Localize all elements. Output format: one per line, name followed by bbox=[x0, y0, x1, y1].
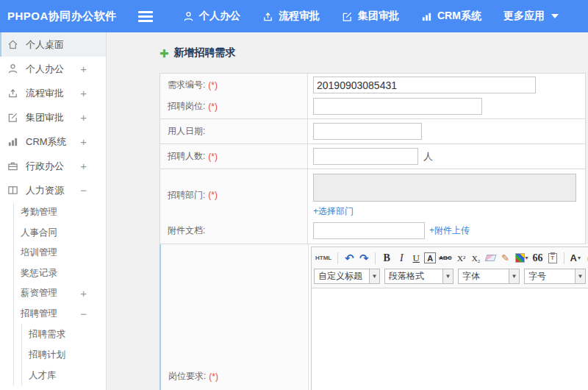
book-icon bbox=[7, 185, 19, 196]
expand-plus-icon[interactable]: + bbox=[80, 287, 87, 299]
required-mark: (*) bbox=[208, 102, 218, 112]
sidebar-item-hr-contract[interactable]: 人事合同 bbox=[14, 223, 106, 244]
chevron-down-icon[interactable]: ▼ bbox=[443, 269, 453, 284]
sidebar-item-rewards[interactable]: 奖惩记录 bbox=[14, 263, 106, 284]
font-family-select[interactable]: 字体 ▼ bbox=[458, 269, 520, 284]
paste-as-text-button[interactable]: T bbox=[546, 251, 559, 265]
sidebar-item-label: 考勤管理 bbox=[21, 206, 57, 219]
nav-more-apps[interactable]: 更多应用 bbox=[492, 0, 570, 32]
bold-button[interactable]: B bbox=[380, 251, 393, 265]
editor-content-area[interactable] bbox=[312, 288, 588, 390]
form-row-req-no: 需求编号: (*) bbox=[159, 73, 586, 94]
expand-plus-icon[interactable]: + bbox=[80, 87, 87, 99]
expand-plus-icon[interactable]: + bbox=[80, 111, 87, 124]
required-mark: (*) bbox=[208, 190, 218, 200]
hr-submenu: 考勤管理 人事合同 培训管理 奖惩记录 薪资管理 + 招聘管理 − 招聘需求 bbox=[13, 202, 106, 386]
sidebar-item-label: 薪资管理 bbox=[21, 287, 57, 299]
field-label: 附件文档: bbox=[160, 217, 308, 244]
flow-arrow-icon bbox=[262, 11, 273, 22]
sidebar-item-talent-pool[interactable]: 人才库 bbox=[22, 365, 106, 386]
sidebar-item-crm[interactable]: CRM系统 + bbox=[0, 130, 106, 154]
flow-arrow-icon bbox=[7, 88, 19, 99]
nav-group-approval[interactable]: 集团审批 bbox=[331, 0, 410, 32]
rich-text-editor: HTML ↶ ↷ B I U A ABC X² bbox=[311, 247, 588, 390]
menu-toggle-icon[interactable] bbox=[138, 11, 153, 22]
field-label: 招聘人数: (*) bbox=[160, 144, 308, 169]
underline-button[interactable]: U bbox=[409, 251, 423, 265]
blockquote-button[interactable]: 66 bbox=[531, 251, 545, 265]
superscript-button[interactable]: X² bbox=[455, 251, 468, 265]
hire-date-input[interactable] bbox=[313, 123, 422, 140]
sidebar-item-label: 招聘需求 bbox=[29, 328, 65, 341]
nav-workflow-approval[interactable]: 流程审批 bbox=[251, 0, 331, 32]
chevron-down-icon[interactable]: ▼ bbox=[370, 269, 380, 284]
expand-plus-icon[interactable]: + bbox=[80, 160, 87, 172]
expand-plus-icon[interactable]: + bbox=[80, 135, 87, 148]
field-label: 需求编号: (*) bbox=[160, 74, 308, 96]
field-label: 招聘部门: (*) bbox=[160, 169, 308, 221]
sidebar-item-personal-office[interactable]: 个人办公 + bbox=[0, 57, 106, 81]
color-palette-button[interactable]: ▾ bbox=[514, 251, 530, 265]
user-icon bbox=[183, 11, 194, 22]
editor-toolbar: HTML ↶ ↷ B I U A ABC X² bbox=[312, 247, 588, 288]
remove-format-eraser-button[interactable] bbox=[484, 251, 498, 265]
sidebar-item-label: CRM系统 bbox=[26, 135, 67, 149]
sidebar-item-workflow-approval[interactable]: 流程审批 + bbox=[0, 81, 106, 105]
collapse-minus-icon[interactable]: − bbox=[80, 308, 87, 320]
font-color-button[interactable]: A▾ bbox=[569, 251, 582, 265]
chevron-down-icon[interactable]: ▼ bbox=[576, 269, 586, 284]
position-input[interactable] bbox=[313, 98, 482, 115]
collapse-minus-icon[interactable]: − bbox=[80, 184, 87, 196]
html-source-button[interactable]: HTML bbox=[314, 251, 333, 265]
sidebar-item-label: 行政办公 bbox=[26, 160, 64, 173]
attachment-input[interactable] bbox=[313, 222, 425, 239]
field-label: 岗位要求: (*) bbox=[161, 244, 309, 390]
font-style-button[interactable]: A bbox=[424, 252, 436, 263]
form-row-attachment: 附件文档: +附件上传 bbox=[159, 217, 586, 244]
headcount-input[interactable] bbox=[313, 148, 418, 165]
italic-button[interactable]: I bbox=[395, 251, 408, 265]
sidebar-item-desktop[interactable]: 个人桌面 bbox=[0, 32, 106, 57]
paragraph-format-select[interactable]: 段落格式 ▼ bbox=[384, 269, 453, 284]
edit-icon bbox=[7, 112, 19, 124]
nav-personal-office[interactable]: 个人办公 bbox=[172, 0, 251, 32]
chevron-down-icon[interactable]: ▼ bbox=[509, 269, 520, 284]
strikethrough-button[interactable]: ABC bbox=[437, 251, 453, 265]
sidebar-item-label: 流程审批 bbox=[26, 87, 64, 100]
add-plus-icon: ✚ bbox=[159, 48, 169, 59]
redo-button[interactable]: ↷ bbox=[357, 251, 370, 265]
sidebar-item-training[interactable]: 培训管理 bbox=[14, 243, 106, 263]
field-label: 用人日期: bbox=[160, 119, 308, 143]
form-row-hire-date: 用人日期: bbox=[159, 119, 586, 144]
format-brush-button[interactable]: ✎ bbox=[499, 251, 512, 265]
custom-title-select[interactable]: 自定义标题 ▼ bbox=[314, 269, 380, 284]
sidebar-item-recruit-plan[interactable]: 招聘计划 bbox=[22, 344, 106, 365]
sidebar-item-attendance[interactable]: 考勤管理 bbox=[14, 202, 106, 223]
nav-label: 流程审批 bbox=[279, 10, 320, 23]
edit-icon bbox=[342, 11, 353, 22]
sidebar-item-recruit-mgmt[interactable]: 招聘管理 − bbox=[14, 304, 106, 325]
req-no-input[interactable] bbox=[313, 77, 536, 93]
sidebar-item-group-approval[interactable]: 集团审批 + bbox=[0, 105, 106, 130]
sidebar-item-label: 人力资源 bbox=[26, 184, 64, 197]
sidebar-item-label: 招聘管理 bbox=[21, 308, 57, 320]
undo-button[interactable]: ↶ bbox=[343, 251, 356, 265]
top-navigation: 个人办公 流程审批 集团审批 CRM系统 更多应用 bbox=[172, 0, 570, 32]
sidebar-item-hr[interactable]: 人力资源 − bbox=[0, 178, 106, 202]
sidebar-item-recruit-demand[interactable]: 招聘需求 bbox=[22, 324, 106, 344]
department-textarea[interactable] bbox=[313, 174, 576, 202]
emoticon-button[interactable]: ☺ bbox=[584, 251, 588, 265]
nav-crm-system[interactable]: CRM系统 bbox=[410, 0, 492, 32]
sidebar-item-admin-office[interactable]: 行政办公 + bbox=[0, 154, 106, 178]
font-size-select[interactable]: 字号 ▼ bbox=[524, 269, 586, 284]
subscript-button[interactable]: X₂ bbox=[470, 251, 483, 265]
chevron-down-icon: ▾ bbox=[578, 255, 581, 261]
nav-label: 个人办公 bbox=[199, 10, 240, 23]
sidebar-item-label: 集团审批 bbox=[26, 111, 64, 124]
sidebar-item-label: 人才库 bbox=[29, 369, 57, 382]
expand-plus-icon[interactable]: + bbox=[80, 63, 87, 75]
main-content: ✚ 新增招聘需求 需求编号: (*) 招聘岗位: (*) bbox=[107, 32, 588, 390]
select-department-link[interactable]: +选择部门 bbox=[313, 205, 354, 218]
attachment-upload-link[interactable]: +附件上传 bbox=[429, 224, 470, 237]
sidebar-item-salary[interactable]: 薪资管理 + bbox=[14, 283, 106, 304]
